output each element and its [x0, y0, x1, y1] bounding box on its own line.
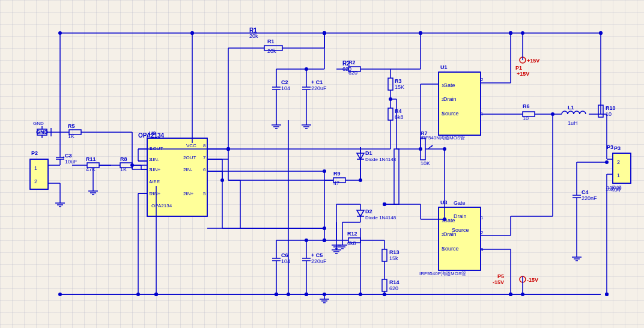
r1-value: 20k: [249, 33, 258, 39]
p3-label: P3: [607, 144, 613, 150]
p5-value: -15V: [493, 279, 504, 285]
u2-label: OPA2134: [138, 132, 164, 139]
p1-label: P1: [515, 65, 522, 71]
r2-value: 620: [342, 66, 351, 72]
p3-value: 10欧姆: [606, 186, 621, 193]
u1-gate: Gate: [454, 200, 466, 206]
schematic-canvas: [0, 0, 644, 328]
u1-drain: Drain: [454, 213, 467, 219]
p1-value: +15V: [517, 71, 529, 77]
p5-label: P5: [497, 273, 504, 279]
u1-source: Source: [452, 227, 469, 233]
